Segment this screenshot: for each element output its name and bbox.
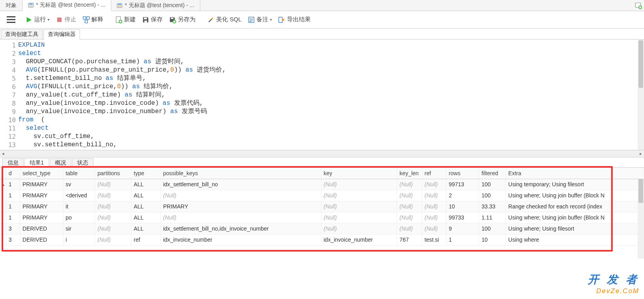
- table-cell[interactable]: 2: [446, 190, 479, 201]
- table-cell[interactable]: (Null): [397, 179, 422, 190]
- table-cell[interactable]: ref: [131, 234, 160, 245]
- table-cell[interactable]: (Null): [95, 179, 131, 190]
- column-header[interactable]: key_len: [397, 168, 422, 179]
- export-button[interactable]: 导出结果: [275, 11, 314, 28]
- table-row[interactable]: 3DERIVEDsir(Null)ALLidx_settlement_bill_…: [0, 223, 644, 234]
- table-cell[interactable]: 100: [479, 190, 506, 201]
- table-cell[interactable]: it: [63, 201, 95, 212]
- table-cell[interactable]: ALL: [131, 201, 160, 212]
- table-cell[interactable]: (Null): [160, 212, 321, 223]
- tab-result1[interactable]: 结果1: [25, 158, 49, 167]
- table-cell[interactable]: Using where; Using join buffer (Block N: [506, 190, 644, 201]
- table-cell[interactable]: idx_invoice_number: [321, 234, 397, 245]
- column-header[interactable]: Extra: [506, 168, 644, 179]
- table-cell[interactable]: 1: [6, 190, 20, 201]
- stop-button[interactable]: 停止: [53, 11, 80, 28]
- table-cell[interactable]: Using where; Using join buffer (Block N: [506, 212, 644, 223]
- table-cell[interactable]: ALL: [131, 223, 160, 234]
- table-cell[interactable]: DERIVED: [20, 234, 63, 245]
- table-row[interactable]: 1PRIMARYit(Null)ALLPRIMARY(Null)(Null)(N…: [0, 201, 644, 212]
- column-header[interactable]: table: [63, 168, 95, 179]
- beautify-button[interactable]: 美化 SQL: [204, 11, 245, 28]
- table-cell[interactable]: 9: [446, 223, 479, 234]
- grid-vscrollbar[interactable]: [638, 179, 644, 259]
- scroll-right-icon[interactable]: ▸: [638, 151, 644, 156]
- table-cell[interactable]: (Null): [95, 234, 131, 245]
- table-cell[interactable]: (Null): [397, 201, 422, 212]
- table-cell[interactable]: 1: [6, 179, 20, 190]
- save-button[interactable]: 保存: [139, 11, 166, 28]
- tab-query-editor[interactable]: 查询编辑器: [44, 29, 80, 39]
- table-cell[interactable]: test.si: [422, 234, 446, 245]
- table-cell[interactable]: 1: [6, 201, 20, 212]
- table-cell[interactable]: 1.11: [479, 212, 506, 223]
- table-cell[interactable]: 100: [479, 179, 506, 190]
- table-cell[interactable]: 100: [479, 223, 506, 234]
- scroll-track[interactable]: [6, 151, 638, 156]
- table-row[interactable]: 1PRIMARYpo(Null)ALL(Null)(Null)(Null)(Nu…: [0, 212, 644, 223]
- table-cell[interactable]: (Null): [397, 190, 422, 201]
- table-cell[interactable]: PRIMARY: [20, 179, 63, 190]
- scroll-left-icon[interactable]: ◂: [0, 151, 6, 156]
- table-cell[interactable]: 1: [6, 212, 20, 223]
- column-header[interactable]: filtered: [479, 168, 506, 179]
- table-row[interactable]: 3DERIVEDi(Null)refidx_invoice_numberidx_…: [0, 234, 644, 245]
- table-cell[interactable]: sir: [63, 223, 95, 234]
- table-cell[interactable]: (Null): [95, 190, 131, 201]
- tab-query-1[interactable]: * 无标题 @test (tencent) - ...: [23, 0, 111, 11]
- table-cell[interactable]: (Null): [95, 212, 131, 223]
- table-cell[interactable]: 3: [6, 234, 20, 245]
- code-area[interactable]: EXPLAINselect GROUP_CONCAT(po.purchase_t…: [18, 40, 644, 150]
- table-cell[interactable]: (Null): [321, 212, 397, 223]
- tab-info[interactable]: 信息: [2, 158, 24, 167]
- table-row[interactable]: 1PRIMARYsv(Null)ALLidx_settlement_bill_n…: [0, 179, 644, 190]
- table-cell[interactable]: po: [63, 212, 95, 223]
- table-cell[interactable]: Using where: [506, 234, 644, 245]
- table-cell[interactable]: PRIMARY: [20, 201, 63, 212]
- table-cell[interactable]: (Null): [422, 179, 446, 190]
- table-cell[interactable]: 1: [446, 234, 479, 245]
- table-cell[interactable]: PRIMARY: [160, 201, 321, 212]
- column-header[interactable]: d: [6, 168, 20, 179]
- explain-button[interactable]: 解释: [80, 11, 106, 28]
- table-cell[interactable]: (Null): [397, 212, 422, 223]
- table-cell[interactable]: PRIMARY: [20, 212, 63, 223]
- table-cell[interactable]: DERIVED: [20, 223, 63, 234]
- table-cell[interactable]: Using where; Using filesort: [506, 223, 644, 234]
- column-header[interactable]: type: [131, 168, 160, 179]
- menu-button[interactable]: [0, 16, 22, 23]
- table-cell[interactable]: (Null): [397, 223, 422, 234]
- tab-objects[interactable]: 对象: [0, 0, 23, 11]
- table-cell[interactable]: (Null): [422, 223, 446, 234]
- sql-editor[interactable]: 12345678910111213 EXPLAINselect GROUP_CO…: [0, 40, 644, 150]
- column-header[interactable]: possible_keys: [160, 168, 321, 179]
- table-cell[interactable]: 99733: [446, 212, 479, 223]
- column-header[interactable]: rows: [446, 168, 479, 179]
- tab-query-2[interactable]: * 无标题 @test (tencent) - ...: [111, 0, 200, 11]
- table-cell[interactable]: idx_settlement_bill_no,idx_invoice_numbe…: [160, 223, 321, 234]
- table-cell[interactable]: ALL: [131, 212, 160, 223]
- column-header[interactable]: ref: [422, 168, 446, 179]
- table-cell[interactable]: (Null): [95, 223, 131, 234]
- table-cell[interactable]: (Null): [321, 201, 397, 212]
- new-tab-button[interactable]: [633, 0, 644, 11]
- table-cell[interactable]: 99713: [446, 179, 479, 190]
- column-header[interactable]: partitions: [95, 168, 131, 179]
- table-row[interactable]: 1PRIMARY<derived(Null)ALL(Null)(Null)(Nu…: [0, 190, 644, 201]
- scrollbar-thumb[interactable]: [638, 179, 643, 203]
- tab-profile[interactable]: 概况: [50, 158, 71, 167]
- column-header[interactable]: key: [321, 168, 397, 179]
- tab-query-builder[interactable]: 查询创建工具: [1, 29, 43, 39]
- table-cell[interactable]: ALL: [131, 190, 160, 201]
- table-cell[interactable]: idx_invoice_number: [160, 234, 321, 245]
- table-cell[interactable]: 3: [6, 223, 20, 234]
- table-cell[interactable]: ALL: [131, 179, 160, 190]
- table-cell[interactable]: (Null): [321, 179, 397, 190]
- editor-hscrollbar[interactable]: ◂ ▸: [0, 150, 644, 157]
- table-cell[interactable]: i: [63, 234, 95, 245]
- table-cell[interactable]: 767: [397, 234, 422, 245]
- tab-status[interactable]: 状态: [72, 158, 93, 167]
- table-cell[interactable]: <derived: [63, 190, 95, 201]
- table-cell[interactable]: (Null): [95, 201, 131, 212]
- table-cell[interactable]: (Null): [422, 190, 446, 201]
